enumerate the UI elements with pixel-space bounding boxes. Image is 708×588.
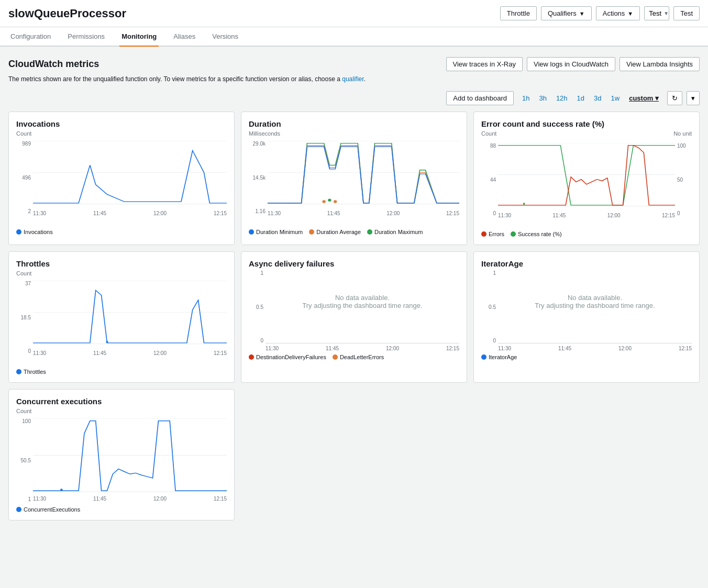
tab-configuration[interactable]: Configuration xyxy=(8,27,53,47)
error-rate-legend: Errors Success rate (%) xyxy=(481,231,692,237)
iter-x4: 12:15 xyxy=(679,346,692,351)
add-dashboard-button[interactable]: Add to dashboard xyxy=(446,91,514,105)
throttles-dot xyxy=(16,369,21,374)
refresh-dropdown-button[interactable]: ▾ xyxy=(687,91,700,105)
section-actions: View traces in X-Ray View logs in CloudW… xyxy=(446,57,700,71)
err-x1: 11:30 xyxy=(498,213,511,218)
async-failures-legend: DestinationDeliveryFailures DeadLetterEr… xyxy=(249,354,459,360)
legend-iterator-age: IteratorAge xyxy=(481,354,517,360)
thr-x4: 12:15 xyxy=(214,350,227,356)
inv-y2: 496 xyxy=(16,175,31,181)
thr-y2: 18.5 xyxy=(16,315,31,320)
top-bar: slowQueueProcessor Throttle Qualifiers ▼… xyxy=(0,0,708,27)
thr-x2: 11:45 xyxy=(93,350,106,356)
refresh-button[interactable]: ↻ xyxy=(667,91,682,105)
iter-x3: 12:00 xyxy=(618,346,632,351)
legend-dur-max: Duration Maximum xyxy=(367,229,423,235)
metrics-grid-row2: Throttles Count 37 18.5 0 xyxy=(8,251,700,383)
error-unit-right: No unit xyxy=(673,130,692,137)
dur-max-label: Duration Maximum xyxy=(374,229,423,235)
info-text: The metrics shown are for the unqualifie… xyxy=(8,75,700,83)
inv-y3: 2 xyxy=(16,208,31,214)
tab-monitoring[interactable]: Monitoring xyxy=(119,27,159,47)
view-logs-button[interactable]: View logs in CloudWatch xyxy=(527,57,615,71)
actions-button[interactable]: Actions ▼ xyxy=(596,6,640,20)
inv-x2: 11:45 xyxy=(93,210,106,216)
legend-success-rate: Success rate (%) xyxy=(511,231,562,237)
err-x3: 12:00 xyxy=(607,213,621,218)
legend-dur-avg: Duration Average xyxy=(309,229,361,235)
iter-y2: 0.5 xyxy=(481,304,496,310)
invocations-title: Invocations xyxy=(16,119,227,128)
invocations-dot xyxy=(16,229,21,235)
time-range-buttons: 1h 3h 12h 1d 3d 1w custom ▾ xyxy=(518,92,663,104)
dead-letter-label: DeadLetterErrors xyxy=(340,354,384,360)
concurrent-title: Concurrent executions xyxy=(16,397,227,406)
iter-y1: 1 xyxy=(481,270,496,276)
tab-versions[interactable]: Versions xyxy=(210,27,240,47)
inv-y1: 989 xyxy=(16,141,31,147)
err-y1: 88 xyxy=(481,143,496,149)
svg-point-12 xyxy=(523,203,525,205)
throttle-button[interactable]: Throttle xyxy=(500,6,537,20)
page-title: slowQueueProcessor xyxy=(8,7,126,20)
dest-failures-dot xyxy=(249,354,254,360)
err-x4: 12:15 xyxy=(662,213,675,218)
svg-point-16 xyxy=(106,341,108,343)
concurrent-unit: Count xyxy=(16,408,227,414)
view-traces-button[interactable]: View traces in X-Ray xyxy=(446,57,523,71)
test-select[interactable]: Test xyxy=(645,7,674,20)
qualifier-link[interactable]: qualifier xyxy=(342,75,363,83)
iter-x1: 11:30 xyxy=(498,346,511,351)
iter-x2: 11:45 xyxy=(558,346,571,351)
inv-x4: 12:15 xyxy=(214,210,227,216)
iter-y3: 0 xyxy=(481,338,496,343)
qualifiers-dropdown-icon: ▼ xyxy=(579,10,585,17)
time-3d[interactable]: 3d xyxy=(590,92,605,104)
tab-aliases[interactable]: Aliases xyxy=(171,27,197,47)
legend-dur-min: Duration Minimum xyxy=(249,229,303,235)
throttles-label: Throttles xyxy=(24,369,46,375)
concurrent-dot xyxy=(16,507,21,512)
async-no-data-line1: No data available. xyxy=(335,294,390,302)
test-select-wrapper: Test ▼ xyxy=(644,6,669,20)
throttles-card: Throttles Count 37 18.5 0 xyxy=(8,251,235,383)
time-1w[interactable]: 1w xyxy=(607,92,624,104)
time-3h[interactable]: 3h xyxy=(535,92,550,104)
errors-label: Errors xyxy=(489,231,504,237)
legend-errors: Errors xyxy=(481,231,504,237)
legend-dest-failures: DestinationDeliveryFailures xyxy=(249,354,326,360)
refresh-icon: ↻ xyxy=(672,94,678,102)
async-x2: 11:45 xyxy=(326,346,339,351)
qualifiers-button[interactable]: Qualifiers ▼ xyxy=(541,6,592,20)
error-rate-card: Error count and success rate (%) Count N… xyxy=(473,112,700,245)
time-12h[interactable]: 12h xyxy=(552,92,572,104)
err-yr1: 100 xyxy=(677,143,692,149)
time-custom[interactable]: custom ▾ xyxy=(625,92,663,104)
async-x1: 11:30 xyxy=(266,346,279,351)
err-y2: 44 xyxy=(481,177,496,183)
concurrent-label: ConcurrentExecutions xyxy=(24,506,80,513)
thr-y3: 0 xyxy=(16,348,31,354)
duration-card: Duration Milliseconds 29.0k 14.5k 1.16 xyxy=(241,112,467,245)
tab-permissions[interactable]: Permissions xyxy=(65,27,107,47)
duration-legend: Duration Minimum Duration Average Durati… xyxy=(249,229,459,235)
metrics-grid-row3: Concurrent executions Count 100 50.5 1 xyxy=(8,389,700,520)
test-button[interactable]: Test xyxy=(673,6,700,20)
time-1h[interactable]: 1h xyxy=(518,92,534,104)
throttles-unit: Count xyxy=(16,270,227,276)
inv-x1: 11:30 xyxy=(33,210,46,216)
view-insights-button[interactable]: View Lambda Insights xyxy=(620,57,700,71)
thr-x1: 11:30 xyxy=(33,350,46,356)
conc-x1: 11:30 xyxy=(33,496,46,502)
err-x2: 11:45 xyxy=(552,213,566,218)
time-1d[interactable]: 1d xyxy=(573,92,589,104)
async-x4: 12:15 xyxy=(446,346,459,351)
throttles-legend: Throttles xyxy=(16,369,227,375)
conc-x4: 12:15 xyxy=(214,496,227,502)
svg-point-8 xyxy=(334,200,337,203)
concurrent-legend: ConcurrentExecutions xyxy=(16,506,227,513)
metrics-grid-row1: Invocations Count 989 496 2 xyxy=(8,112,700,245)
throttles-chart: 37 18.5 0 1 xyxy=(16,281,227,364)
dead-letter-dot xyxy=(333,354,338,360)
